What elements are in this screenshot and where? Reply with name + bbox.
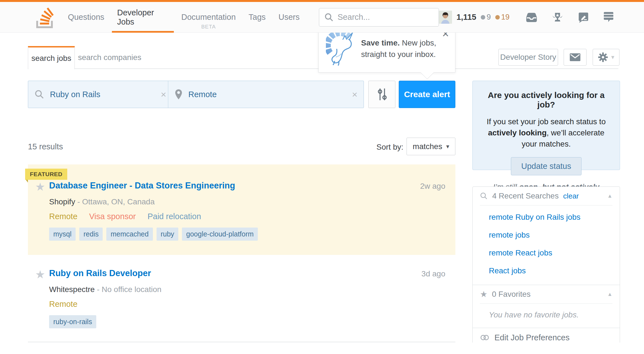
job-search-bar: × ×	[28, 81, 364, 108]
tooltip-text-line2: straight to your inbox.	[361, 49, 436, 60]
perk-paid-relocation: Paid relocation	[148, 212, 201, 221]
query-input[interactable]	[50, 90, 155, 99]
nav-item-users[interactable]: Users	[272, 2, 306, 33]
bronze-badge-count: 19	[501, 13, 510, 21]
button-label: Create alert	[404, 90, 450, 99]
recent-search-link[interactable]: remote jobs	[489, 231, 614, 240]
user-info[interactable]: 1,115 9 19	[439, 11, 510, 24]
job-title-link[interactable]: Database Engineer - Data Stores Engineer…	[49, 181, 235, 191]
developer-story-button[interactable]: Developer Story	[498, 49, 558, 66]
recent-searches-list: remote Ruby on Rails jobs remote jobs re…	[473, 205, 620, 285]
tooltip-message: Save time. New jobs, straight to your in…	[361, 37, 436, 60]
nav-label: Documentation	[181, 13, 236, 22]
job-perks: Remote	[49, 300, 78, 309]
filter-sliders-icon	[376, 87, 388, 101]
recent-searches-title: 4 Recent Searches	[492, 192, 559, 200]
nav-label: Developer Jobs	[117, 8, 169, 27]
status-text-bold: actively looking	[488, 128, 547, 137]
update-status-button[interactable]: Update status	[511, 157, 581, 175]
silver-badge-count: 9	[487, 13, 491, 21]
global-search-input[interactable]	[338, 13, 434, 22]
collapse-icon[interactable]: ▲	[607, 291, 612, 297]
chevron-down-icon: ▾	[611, 54, 614, 61]
nav-label: Tags	[249, 13, 266, 22]
button-label: Update status	[521, 162, 571, 171]
tab-search-companies[interactable]: search companies	[75, 46, 145, 69]
create-alert-button[interactable]: Create alert	[399, 81, 455, 108]
featured-ribbon: FEATURED	[25, 169, 67, 180]
nav-item-documentation[interactable]: Documentation BETA	[175, 2, 242, 33]
job-listing-featured: FEATURED ★ Database Engineer - Data Stor…	[28, 164, 455, 255]
chevron-down-icon: ▾	[446, 143, 449, 150]
job-age: 2w ago	[420, 182, 445, 191]
query-field[interactable]: ×	[28, 81, 168, 108]
results-count: 15 results	[28, 142, 63, 151]
location-pin-icon	[174, 89, 183, 100]
job-company-row: Shopify - Ottawa, ON, Canada	[49, 197, 155, 206]
beta-badge: BETA	[201, 24, 216, 30]
silver-badge-dot	[481, 15, 485, 20]
nav-item-developer-jobs[interactable]: Developer Jobs	[111, 2, 175, 33]
location-input[interactable]	[188, 90, 346, 99]
recent-search-link[interactable]: React jobs	[489, 266, 614, 275]
recent-search-link[interactable]: remote Ruby on Rails jobs	[489, 213, 614, 222]
clear-location-icon[interactable]: ×	[352, 89, 357, 100]
avatar[interactable]	[439, 11, 452, 24]
unicorn-icon	[326, 31, 355, 67]
nav-label: Users	[278, 13, 300, 22]
stackexchange-icon[interactable]	[603, 11, 614, 23]
settings-button[interactable]: ▾	[593, 49, 619, 66]
location-field[interactable]: ×	[168, 81, 364, 108]
recent-search-link[interactable]: remote React jobs	[489, 248, 614, 257]
clear-searches-link[interactable]: clear	[563, 192, 579, 200]
sidebar-panel: 4 Recent Searches clear ▲ remote Ruby on…	[472, 186, 620, 347]
review-pencil-icon[interactable]	[578, 12, 589, 23]
tag[interactable]: mysql	[49, 228, 76, 241]
tag[interactable]: google-cloud-platform	[182, 228, 258, 241]
job-age: 3d ago	[421, 269, 445, 278]
job-perks: Remote Visa sponsor Paid relocation	[49, 212, 201, 221]
stackoverflow-logo[interactable]	[33, 6, 58, 29]
favorite-star-icon[interactable]: ★	[35, 181, 45, 192]
job-listing: ★ Ruby on Rails Developer 3d ago Whitesp…	[28, 255, 455, 342]
company-location: Ottawa, ON, Canada	[82, 197, 155, 206]
tooltip-text: New jobs,	[400, 39, 436, 47]
trophy-icon[interactable]	[552, 12, 563, 23]
job-title-link[interactable]: Ruby on Rails Developer	[49, 268, 151, 278]
main-nav: Questions Developer Jobs Documentation B…	[61, 2, 306, 33]
global-search-box[interactable]	[319, 8, 439, 27]
search-icon	[480, 192, 488, 200]
mail-icon	[570, 53, 580, 61]
email-settings-button[interactable]	[564, 49, 587, 66]
sort-dropdown[interactable]: matches ▾	[407, 138, 455, 155]
tag[interactable]: ruby	[157, 228, 179, 241]
favorites-title: 0 Favorites	[492, 290, 531, 299]
sort-by-label: Sort by:	[376, 143, 403, 152]
job-tags: ruby-on-rails	[49, 315, 96, 328]
filters-button[interactable]	[368, 81, 395, 108]
sort-value: matches	[413, 142, 442, 151]
favorites-header: ★ 0 Favorites ▲	[473, 285, 620, 303]
silver-badge: 9	[481, 13, 491, 21]
collapse-icon[interactable]: ▲	[607, 193, 612, 199]
tag[interactable]: memcached	[106, 228, 153, 241]
tag[interactable]: redis	[79, 228, 103, 241]
button-label: Developer Story	[500, 53, 556, 62]
tag[interactable]: ruby-on-rails	[49, 315, 96, 328]
tab-label: search companies	[78, 53, 141, 62]
company-name: Whitespectre	[49, 285, 95, 294]
favorite-star-icon[interactable]: ★	[35, 269, 45, 280]
nav-label: Questions	[68, 13, 104, 22]
inbox-icon[interactable]	[526, 12, 537, 23]
perk-visa-sponsor: Visa sponsor	[89, 212, 136, 221]
separator: -	[97, 285, 99, 294]
recent-searches-header: 4 Recent Searches clear ▲	[473, 187, 620, 205]
nav-item-tags[interactable]: Tags	[242, 2, 272, 33]
tab-search-jobs[interactable]: search jobs	[28, 46, 75, 69]
gear-icon	[598, 52, 608, 63]
clear-query-icon[interactable]: ×	[161, 89, 166, 100]
perk-remote: Remote	[49, 300, 78, 309]
nav-item-questions[interactable]: Questions	[61, 2, 111, 33]
bronze-badge: 19	[495, 13, 510, 21]
company-name: Shopify	[49, 197, 75, 206]
